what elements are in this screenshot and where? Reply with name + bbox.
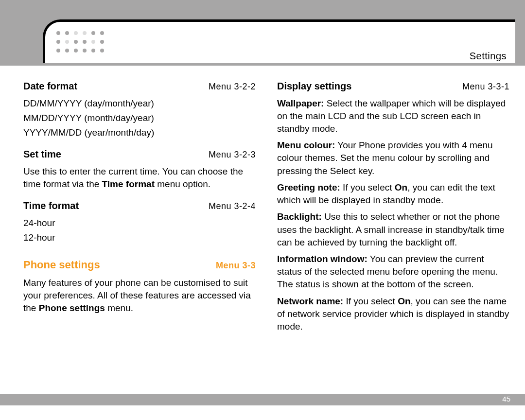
item-label: Backlight: [277, 211, 322, 222]
phone-settings-body: Many features of your phone can be custo… [23, 277, 256, 315]
item-label: Wallpaper: [277, 98, 324, 108]
left-column: Date format Menu 3-2-2 DD/MM/YYYY (day/m… [23, 80, 256, 333]
time-format-options: 24-hour 12-hour [23, 217, 256, 244]
body-text: menu option. [155, 179, 210, 189]
list-item: 12-hour [23, 231, 256, 244]
heading-time-format: Time format Menu 3-2-4 [23, 199, 256, 213]
heading-menu-path: Menu 3-3 [216, 260, 256, 272]
header-rule [0, 63, 525, 66]
body-text: menu. [105, 303, 133, 313]
item-greeting-note: Greeting note: If you select On, you can… [277, 181, 509, 207]
heading-display-settings: Display settings Menu 3-3-1 [277, 80, 509, 93]
heading-phone-settings: Phone settings Menu 3-3 [23, 258, 256, 272]
body-bold: Time format [102, 179, 155, 189]
item-label: Information window: [277, 254, 368, 264]
item-network-name: Network name: If you select On, you can … [277, 295, 509, 333]
list-item: YYYY/MM/DD (year/month/day) [23, 126, 256, 139]
section-breadcrumb: Settings [470, 51, 507, 62]
item-bold: On [395, 182, 407, 192]
heading-menu-path: Menu 3-2-4 [209, 200, 256, 212]
list-item: DD/MM/YYYY (day/month/year) [23, 97, 256, 110]
heading-title: Time format [23, 199, 79, 213]
heading-date-format: Date format Menu 3-2-2 [23, 80, 256, 93]
set-time-body: Use this to enter the current time. You … [23, 165, 256, 191]
heading-title: Display settings [277, 80, 351, 93]
item-text: If you select [340, 182, 395, 192]
item-backlight: Backlight: Use this to select whether or… [277, 210, 509, 249]
item-label: Menu colour: [277, 140, 335, 150]
list-item: MM/DD/YYYY (month/day/year) [23, 112, 256, 124]
decorative-dot-grid [54, 29, 106, 54]
heading-menu-path: Menu 3-2-2 [209, 81, 256, 93]
item-wallpaper: Wallpaper: Select the wallpaper which wi… [277, 97, 509, 136]
item-label: Greeting note: [277, 182, 340, 192]
page-corner-tab [43, 19, 515, 64]
page-number: 45 [502, 395, 510, 403]
heading-set-time: Set time Menu 3-2-3 [23, 148, 256, 161]
item-menu-colour: Menu colour: Your Phone provides you wit… [277, 139, 509, 177]
item-information-window: Information window: You can preview the … [277, 253, 509, 291]
item-bold: On [398, 296, 410, 306]
heading-title: Phone settings [23, 258, 100, 272]
heading-menu-path: Menu 3-3-1 [462, 81, 509, 93]
date-format-options: DD/MM/YYYY (day/month/year) MM/DD/YYYY (… [23, 97, 256, 140]
heading-title: Date format [23, 80, 77, 93]
footer-band [0, 394, 525, 405]
right-column: Display settings Menu 3-3-1 Wallpaper: S… [277, 80, 509, 333]
body-bold: Phone settings [39, 303, 105, 313]
item-text: If you select [343, 296, 398, 306]
list-item: 24-hour [23, 217, 256, 229]
item-label: Network name: [277, 296, 343, 306]
heading-menu-path: Menu 3-2-3 [209, 149, 256, 161]
heading-title: Set time [23, 148, 61, 161]
page-content: Date format Menu 3-2-2 DD/MM/YYYY (day/m… [23, 80, 509, 333]
